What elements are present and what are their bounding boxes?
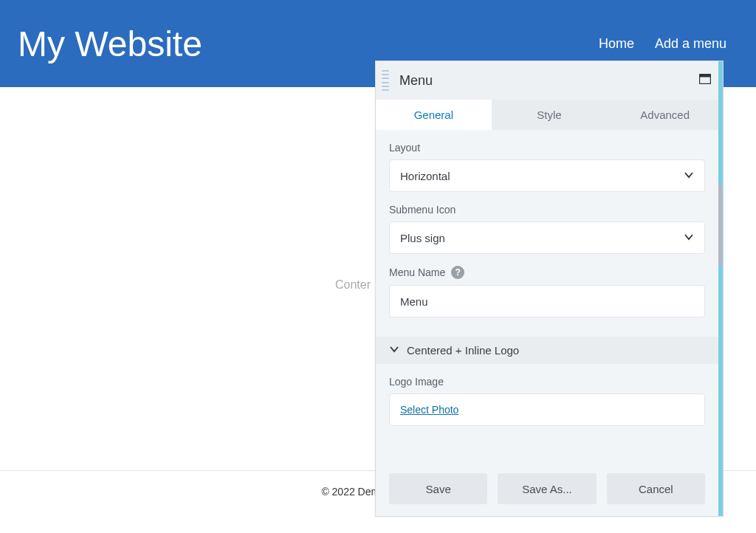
layout-select[interactable]: Horizontal [389,159,705,192]
panel-body: Layout Horizontal Submenu Icon Plus sign… [376,130,718,464]
help-icon[interactable]: ? [451,266,464,279]
section-centered-logo[interactable]: Centered + Inline Logo [376,337,718,364]
tab-general[interactable]: General [376,100,492,130]
chevron-down-icon [684,170,694,182]
field-logo-image: Logo Image Select Photo [389,376,705,426]
drag-handle-icon[interactable] [382,70,389,91]
panel-title: Menu [399,73,699,89]
submenu-icon-value: Plus sign [400,232,445,244]
nav-add-menu[interactable]: Add a menu [655,36,726,52]
settings-panel: Menu General Style Advanced Layout Horiz… [375,61,724,517]
tab-advanced[interactable]: Advanced [607,100,723,130]
menu-name-input[interactable]: Menu [389,285,705,317]
menu-name-value: Menu [400,295,428,308]
scrollbar-thumb[interactable] [718,184,722,266]
layout-label: Layout [389,142,705,154]
field-layout: Layout Horizontal [389,142,705,192]
panel-header[interactable]: Menu [376,61,723,100]
submenu-icon-select[interactable]: Plus sign [389,221,705,254]
panel-tabs: General Style Advanced [376,100,723,130]
layout-value: Horizontal [400,170,450,182]
menu-name-label: Menu Name ? [389,266,705,279]
chevron-down-icon [389,344,399,357]
save-button[interactable]: Save [389,473,487,504]
site-title: My Website [18,24,202,64]
cancel-button[interactable]: Cancel [607,473,705,504]
tab-style[interactable]: Style [492,100,608,130]
menu-name-label-text: Menu Name [389,266,445,278]
save-as-button[interactable]: Save As... [498,473,596,504]
main-nav: Home Add a menu [599,36,726,52]
responsive-toggle-icon[interactable] [699,74,711,87]
select-photo-link[interactable]: Select Photo [400,404,458,416]
logo-image-label: Logo Image [389,376,705,388]
field-submenu-icon: Submenu Icon Plus sign [389,204,705,254]
field-menu-name: Menu Name ? Menu [389,266,705,317]
panel-resize-edge[interactable] [718,61,723,516]
panel-footer: Save Save As... Cancel [376,464,718,516]
svg-rect-1 [700,75,711,78]
content-placeholder: Conter [335,278,371,292]
submenu-icon-label: Submenu Icon [389,204,705,216]
chevron-down-icon [684,232,694,244]
section-title: Centered + Inline Logo [407,344,519,357]
logo-image-box: Select Photo [389,393,705,426]
nav-home[interactable]: Home [599,36,634,52]
